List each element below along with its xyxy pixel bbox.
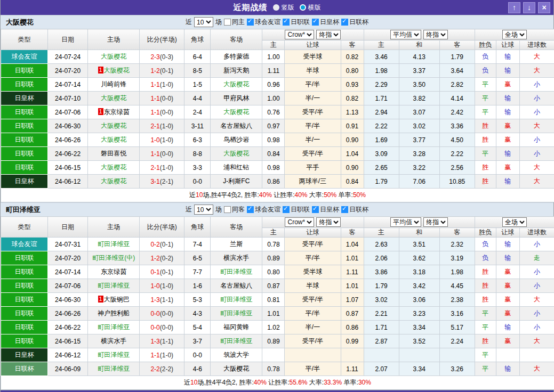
- header-select[interactable]: 终指: [316, 217, 341, 227]
- result-win-draw-loss: 平: [475, 105, 496, 119]
- checkbox-icon[interactable]: [312, 19, 319, 26]
- header-select[interactable]: 全场: [502, 30, 527, 39]
- away-team-name: 町田泽维亚: [220, 296, 252, 303]
- header-select[interactable]: 终指: [316, 30, 341, 39]
- summary-segment: 大率:: [308, 379, 324, 386]
- checkbox-icon[interactable]: [283, 206, 290, 213]
- away-team-name: 大阪樱花: [223, 108, 249, 116]
- home-odds: 0.87: [262, 279, 285, 293]
- full-time-score: 1-1: [150, 95, 159, 102]
- corner-cell: 4-4: [184, 92, 211, 105]
- move-up-button[interactable]: ↑: [508, 2, 520, 13]
- stats-table: 类型日期主场比分(半场)角球客场Crow*终指平均值终指全场主让球客主和客胜负让…: [1, 216, 554, 390]
- same-venue-checkbox[interactable]: 同主: [224, 18, 245, 27]
- avg-away-odds: 3.64: [439, 64, 475, 78]
- summary-segment: 大率:: [308, 191, 324, 199]
- full-time-score: 1-1: [150, 109, 159, 116]
- away-team-name: 名古屋鲸八: [220, 282, 252, 289]
- header-select[interactable]: 平均值: [390, 30, 421, 39]
- result-handicap: 输: [496, 251, 519, 265]
- checkbox-icon[interactable]: [224, 19, 231, 26]
- avg-away-odds: 2.32: [439, 238, 475, 251]
- avg-draw-odds: 3.18: [399, 265, 439, 279]
- header-select[interactable]: Crow*: [285, 217, 314, 227]
- checkbox-icon[interactable]: [283, 19, 290, 26]
- home-team-name: 大阪樱花: [101, 177, 126, 185]
- away-team-cell: 大阪樱花: [211, 105, 262, 119]
- league-checkbox[interactable]: 球会友谊: [247, 205, 280, 214]
- league-checkbox[interactable]: 球会友谊: [247, 18, 280, 27]
- home-team-name: 町田泽维亚: [98, 240, 130, 248]
- checkbox-icon[interactable]: [247, 206, 254, 213]
- away-odds: 0.86: [341, 321, 364, 334]
- close-button[interactable]: ×: [538, 2, 550, 13]
- checkbox-icon[interactable]: [224, 206, 231, 213]
- away-team-cell: 横滨水手: [211, 251, 262, 265]
- radio-vertical-icon[interactable]: [273, 4, 279, 11]
- result-win-draw-loss: 胜: [475, 119, 496, 133]
- column-header: 比分(半场): [140, 217, 184, 238]
- away-odds: 0.99: [341, 334, 364, 348]
- header-select[interactable]: 全场: [502, 217, 527, 227]
- away-odds: 0.82: [341, 50, 364, 64]
- score-cell: 1-2(0-2): [140, 251, 184, 265]
- header-select[interactable]: Crow*: [285, 30, 314, 39]
- avg-home-odds: 1.79: [364, 279, 399, 293]
- move-down-button[interactable]: ↓: [523, 2, 535, 13]
- checkbox-icon[interactable]: [341, 206, 348, 213]
- avg-away-odds: 2.38: [439, 293, 475, 307]
- match-date: 24-07-14: [48, 265, 88, 279]
- avg-away-odds: 4.50: [439, 133, 475, 147]
- away-odds: 0.90: [341, 161, 364, 175]
- checkbox-icon[interactable]: [247, 19, 254, 26]
- result-win-draw-loss: 胜: [475, 334, 496, 348]
- result-handicap: 输: [496, 92, 519, 105]
- checkbox-icon[interactable]: [312, 206, 319, 213]
- match-row: 日皇杯24-07-10大阪樱花1-1(0-0)4-4甲府风林1.00半/一0.8…: [1, 92, 554, 105]
- home-team-name: 川崎前锋: [101, 80, 126, 88]
- result-handicap: [496, 348, 519, 362]
- avg-away-odds: 5.17: [439, 321, 475, 334]
- away-team-cell: 兰斯: [211, 238, 262, 251]
- recent-count-select[interactable]: 10: [194, 17, 213, 27]
- recent-count-select[interactable]: 10: [194, 205, 213, 215]
- league-checkbox[interactable]: 日皇杯: [312, 205, 339, 214]
- match-type-badge: 日职联: [1, 161, 48, 175]
- home-team-name: 町田泽维亚: [98, 351, 130, 358]
- away-team-name: 兰斯: [230, 240, 243, 248]
- corner-cell: 4-3: [184, 307, 211, 321]
- radio-horizontal-layout[interactable]: 横版: [300, 3, 321, 12]
- league-checkbox[interactable]: 日皇杯: [312, 18, 339, 27]
- avg-draw-odds: 3.77: [399, 133, 439, 147]
- league-checkbox[interactable]: 日职联: [283, 205, 310, 214]
- away-team-name: 町田泽维亚: [220, 337, 252, 345]
- avg-draw-odds: 3.34: [399, 321, 439, 334]
- half-time-score: (0-3): [160, 53, 173, 61]
- result-goals: 小: [519, 307, 554, 321]
- header-select[interactable]: 终指: [423, 30, 448, 39]
- away-team-cell: 甲府风林: [211, 92, 262, 105]
- league-checkbox[interactable]: 日职联: [283, 18, 310, 27]
- league-checkbox[interactable]: 日联杯: [341, 205, 368, 214]
- score-cell: 2-1(1-0): [140, 119, 184, 133]
- away-odds: 1.13: [341, 105, 364, 119]
- full-time-score: 2-2: [150, 365, 159, 373]
- league-checkbox[interactable]: 日联杯: [341, 18, 368, 27]
- avg-away-odds: 3.19: [439, 251, 475, 265]
- filter-bar: 近10场同客球会友谊日职联日皇杯日联杯: [1, 205, 553, 215]
- corner-cell: 8-8: [184, 147, 211, 161]
- column-subheader: 让球: [285, 40, 341, 50]
- radio-horizontal-icon[interactable]: [300, 4, 306, 11]
- checkbox-icon[interactable]: [341, 19, 348, 26]
- radio-vertical-layout[interactable]: 竖版: [273, 3, 294, 12]
- same-venue-checkbox[interactable]: 同客: [224, 205, 245, 214]
- header-select[interactable]: 终指: [423, 217, 448, 227]
- full-time-score: 2-3: [150, 53, 159, 61]
- half-time-score: (0-0): [160, 150, 173, 158]
- away-team-cell: 町田泽维亚: [211, 307, 262, 321]
- header-dropdown-group: 平均值终指: [364, 217, 475, 228]
- handicap-cell: 两球半/三: [285, 175, 341, 189]
- half-time-score: (0-0): [160, 324, 173, 331]
- header-select[interactable]: 平均值: [390, 217, 421, 227]
- column-subheader: 客: [341, 40, 364, 50]
